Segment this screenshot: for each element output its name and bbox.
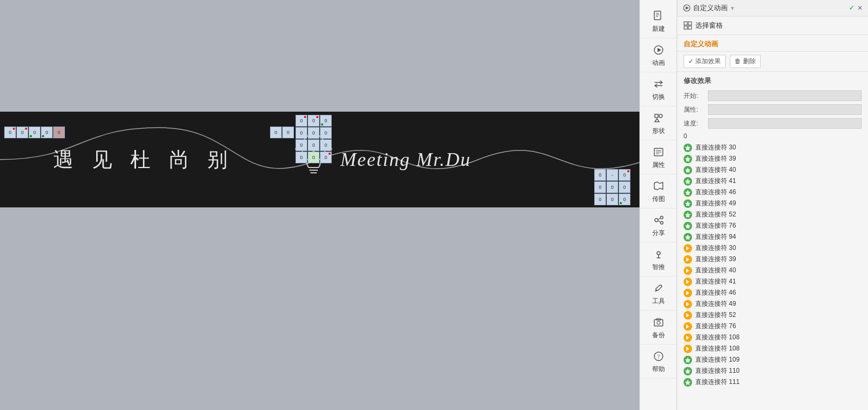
yellow-icon	[684, 289, 692, 297]
tools-icon	[651, 281, 666, 296]
animation-list-item[interactable]: 直接连接符 76	[677, 220, 868, 231]
delete-button[interactable]: 🗑 删除	[730, 55, 760, 68]
node-box: 0	[619, 169, 630, 181]
green-icon	[684, 222, 692, 230]
svg-marker-46	[685, 201, 690, 206]
green-icon	[684, 378, 692, 387]
sidebar-item-tools[interactable]: 工具	[640, 277, 677, 311]
add-effect-button[interactable]: ✓ 添加效果	[684, 55, 726, 68]
node-cluster-left: 0 0 0 0 0	[4, 127, 65, 138]
animation-item-label: 直接连接符 52	[695, 311, 736, 320]
animation-list-item[interactable]: 直接连接符 108	[677, 332, 868, 343]
switch-icon	[651, 77, 666, 91]
sidebar-item-switch[interactable]: 切换	[640, 72, 677, 106]
animation-list-item[interactable]: 直接连接符 52	[677, 309, 868, 321]
property-input[interactable]	[708, 104, 862, 115]
sidebar-item-property[interactable]: 属性	[640, 140, 677, 174]
animation-list-item[interactable]: 直接连接符 52	[677, 209, 868, 220]
svg-point-25	[660, 222, 663, 224]
animation-item-label: 直接连接符 111	[695, 378, 739, 387]
animation-list-item[interactable]: 直接连接符 40	[677, 265, 868, 276]
sidebar-item-smart[interactable]: 智推	[640, 242, 677, 277]
sidebar-item-animation[interactable]: 动画	[640, 38, 677, 72]
node-box: 0	[4, 127, 16, 138]
yellow-icon	[684, 333, 692, 342]
node-box: 0	[270, 127, 282, 138]
animation-list-item[interactable]: 直接连接符 39	[677, 153, 868, 164]
svg-rect-9	[654, 11, 661, 20]
node-cluster-center-left: 0 0	[270, 127, 297, 138]
animation-list-item[interactable]: 直接连接符 76	[677, 321, 868, 332]
animation-list-item[interactable]: 直接连接符 111	[677, 376, 868, 388]
animation-item-label: 直接连接符 76	[695, 322, 736, 331]
animation-item-label: 直接连接符 108	[695, 333, 739, 342]
animation-item-label: 直接连接符 39	[695, 255, 736, 264]
start-input[interactable]	[708, 90, 862, 101]
sidebar-item-new[interactable]: 新建	[640, 4, 677, 38]
close-button[interactable]: ✕	[857, 4, 863, 12]
sidebar-item-map[interactable]: 传图	[640, 174, 677, 208]
svg-marker-43	[685, 168, 690, 173]
yellow-icon	[684, 278, 692, 286]
svg-point-23	[655, 219, 658, 222]
speed-input[interactable]	[708, 118, 862, 129]
toolbar-row: ✓ 添加效果 🗑 删除	[677, 52, 868, 72]
animation-list[interactable]: 直接连接符 30直接连接符 39直接连接符 40直接连接符 41直接连接符 46…	[677, 141, 868, 410]
animation-list-item[interactable]: 直接连接符 46	[677, 187, 868, 198]
svg-marker-59	[686, 347, 689, 351]
yellow-icon	[684, 255, 692, 264]
yellow-icon	[684, 322, 692, 331]
svg-marker-62	[685, 380, 690, 385]
svg-marker-41	[685, 145, 690, 150]
animation-list-item[interactable]: 直接连接符 41	[677, 276, 868, 287]
help-icon: ?	[651, 349, 666, 364]
property-label: 属性:	[684, 105, 704, 114]
animation-item-label: 直接连接符 30	[695, 244, 736, 253]
sidebar: 新建 动画 切换 形状 属性 传图 分享	[639, 0, 677, 410]
svg-marker-47	[685, 212, 690, 217]
svg-point-31	[657, 321, 660, 324]
animation-list-item[interactable]: 直接连接符 49	[677, 198, 868, 209]
sidebar-label-share: 分享	[652, 229, 665, 238]
select-window-row[interactable]: 选择窗格	[677, 16, 868, 35]
animation-list-item[interactable]: 直接连接符 40	[677, 164, 868, 175]
panel-header: 自定义动画 ▼ ✓ ✕	[677, 0, 868, 16]
canvas-area[interactable]: 遇 见 杜 尚 别 Meeting Mr.Du 0 0 0 0 0 0	[0, 0, 677, 410]
node-box: 0	[296, 139, 307, 151]
animation-item-label: 直接连接符 46	[695, 188, 736, 197]
animation-list-item[interactable]: 直接连接符 30	[677, 142, 868, 153]
animation-list-item[interactable]: 直接连接符 30	[677, 242, 868, 254]
animation-list-item[interactable]: 直接连接符 108	[677, 343, 868, 354]
animation-list-item[interactable]: 直接连接符 109	[677, 354, 868, 365]
green-icon	[684, 155, 692, 163]
node-box: 0	[41, 127, 53, 138]
animation-item-label: 直接连接符 40	[695, 266, 736, 275]
sidebar-item-share[interactable]: 分享	[640, 208, 677, 242]
green-icon	[684, 211, 692, 219]
yellow-icon	[684, 311, 692, 320]
node-box: 0	[619, 181, 630, 193]
sidebar-label-help: 帮助	[652, 365, 665, 374]
node-box: 0	[296, 127, 307, 139]
sidebar-item-help[interactable]: ? 帮助	[640, 345, 677, 379]
sidebar-label-shape: 形状	[652, 127, 665, 136]
animation-list-item[interactable]: 直接连接符 41	[677, 175, 868, 187]
animation-item-label: 直接连接符 76	[695, 221, 736, 230]
animation-list-item[interactable]: 直接连接符 46	[677, 287, 868, 298]
svg-rect-38	[688, 22, 692, 25]
animation-list-item[interactable]: 直接连接符 49	[677, 298, 868, 309]
shape-icon	[651, 111, 666, 125]
animation-list-item[interactable]: 直接连接符 94	[677, 231, 868, 242]
node-box: 0	[296, 115, 307, 127]
svg-rect-39	[684, 26, 687, 29]
sidebar-item-shape[interactable]: 形状	[640, 106, 677, 140]
animation-list-item[interactable]: 直接连接符 110	[677, 365, 868, 376]
node-box: 0	[308, 139, 319, 151]
svg-text:?: ?	[657, 353, 660, 359]
zero-label: 0	[677, 130, 868, 141]
svg-rect-15	[655, 114, 658, 118]
sidebar-item-backup[interactable]: 备份	[640, 311, 677, 345]
animation-list-item[interactable]: 直接连接符 39	[677, 254, 868, 265]
property-icon	[651, 145, 666, 160]
confirm-button[interactable]: ✓	[849, 4, 854, 12]
